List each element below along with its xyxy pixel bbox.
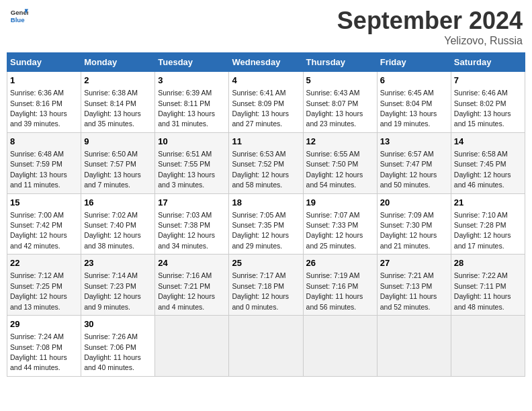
day-info: Sunrise: 6:38 AM Sunset: 8:14 PM Dayligh…: [84, 89, 141, 128]
col-header-sunday: Sunday: [7, 53, 81, 72]
day-info: Sunrise: 6:43 AM Sunset: 8:07 PM Dayligh…: [306, 89, 363, 128]
day-info: Sunrise: 6:48 AM Sunset: 7:59 PM Dayligh…: [10, 150, 67, 189]
calendar-table: SundayMondayTuesdayWednesdayThursdayFrid…: [7, 52, 525, 377]
day-cell: 15Sunrise: 7:00 AM Sunset: 7:42 PM Dayli…: [7, 193, 81, 255]
day-info: Sunrise: 7:12 AM Sunset: 7:25 PM Dayligh…: [10, 271, 67, 310]
page-header: General Blue September 2024 Yelizovo, Ru…: [7, 7, 525, 47]
day-cell: 28Sunrise: 7:22 AM Sunset: 7:11 PM Dayli…: [451, 255, 525, 316]
day-info: Sunrise: 7:21 AM Sunset: 7:13 PM Dayligh…: [380, 271, 437, 310]
week-row-5: 29Sunrise: 7:24 AM Sunset: 7:08 PM Dayli…: [7, 316, 525, 377]
svg-text:Blue: Blue: [11, 16, 25, 24]
day-number: 6: [380, 75, 448, 87]
week-row-4: 22Sunrise: 7:12 AM Sunset: 7:25 PM Dayli…: [7, 255, 525, 316]
day-cell: 22Sunrise: 7:12 AM Sunset: 7:25 PM Dayli…: [7, 255, 81, 316]
week-row-3: 15Sunrise: 7:00 AM Sunset: 7:42 PM Dayli…: [7, 193, 525, 255]
day-number: 19: [306, 197, 374, 209]
day-info: Sunrise: 7:09 AM Sunset: 7:30 PM Dayligh…: [380, 211, 437, 250]
day-info: Sunrise: 7:03 AM Sunset: 7:38 PM Dayligh…: [158, 211, 215, 250]
day-info: Sunrise: 7:17 AM Sunset: 7:18 PM Dayligh…: [232, 271, 289, 310]
day-number: 3: [158, 75, 226, 87]
day-number: 24: [158, 257, 226, 269]
day-number: 13: [380, 136, 448, 148]
day-cell: 13Sunrise: 6:57 AM Sunset: 7:47 PM Dayli…: [377, 132, 451, 193]
day-number: 11: [232, 136, 300, 148]
day-cell: 11Sunrise: 6:53 AM Sunset: 7:52 PM Dayli…: [229, 132, 303, 193]
day-cell: 19Sunrise: 7:07 AM Sunset: 7:33 PM Dayli…: [303, 193, 377, 255]
col-header-thursday: Thursday: [303, 53, 377, 72]
day-number: 14: [454, 136, 522, 148]
day-cell: 9Sunrise: 6:50 AM Sunset: 7:57 PM Daylig…: [81, 132, 155, 193]
day-info: Sunrise: 6:50 AM Sunset: 7:57 PM Dayligh…: [84, 150, 141, 189]
day-number: 20: [380, 197, 448, 209]
day-info: Sunrise: 7:24 AM Sunset: 7:08 PM Dayligh…: [10, 332, 67, 371]
calendar-title: September 2024: [337, 7, 523, 35]
day-cell: 14Sunrise: 6:58 AM Sunset: 7:45 PM Dayli…: [451, 132, 525, 193]
day-info: Sunrise: 6:41 AM Sunset: 8:09 PM Dayligh…: [232, 89, 289, 128]
day-number: 25: [232, 257, 300, 269]
day-cell: 24Sunrise: 7:16 AM Sunset: 7:21 PM Dayli…: [155, 255, 229, 316]
day-cell: 29Sunrise: 7:24 AM Sunset: 7:08 PM Dayli…: [7, 316, 81, 377]
day-cell: 21Sunrise: 7:10 AM Sunset: 7:28 PM Dayli…: [451, 193, 525, 255]
day-number: 27: [380, 257, 448, 269]
day-info: Sunrise: 7:10 AM Sunset: 7:28 PM Dayligh…: [454, 211, 511, 250]
week-row-2: 8Sunrise: 6:48 AM Sunset: 7:59 PM Daylig…: [7, 132, 525, 193]
day-cell: 25Sunrise: 7:17 AM Sunset: 7:18 PM Dayli…: [229, 255, 303, 316]
day-number: 26: [306, 257, 374, 269]
day-cell: [229, 316, 303, 377]
col-header-wednesday: Wednesday: [229, 53, 303, 72]
day-info: Sunrise: 6:46 AM Sunset: 8:02 PM Dayligh…: [454, 89, 511, 128]
day-cell: 3Sunrise: 6:39 AM Sunset: 8:11 PM Daylig…: [155, 72, 229, 133]
day-info: Sunrise: 7:26 AM Sunset: 7:06 PM Dayligh…: [84, 332, 141, 371]
day-cell: 2Sunrise: 6:38 AM Sunset: 8:14 PM Daylig…: [81, 72, 155, 133]
day-number: 9: [84, 136, 152, 148]
day-info: Sunrise: 7:02 AM Sunset: 7:40 PM Dayligh…: [84, 211, 141, 250]
day-cell: 20Sunrise: 7:09 AM Sunset: 7:30 PM Dayli…: [377, 193, 451, 255]
day-info: Sunrise: 6:36 AM Sunset: 8:16 PM Dayligh…: [10, 89, 67, 128]
logo-icon: General Blue: [9, 7, 28, 26]
day-info: Sunrise: 6:45 AM Sunset: 8:04 PM Dayligh…: [380, 89, 437, 128]
day-number: 7: [454, 75, 522, 87]
day-cell: 10Sunrise: 6:51 AM Sunset: 7:55 PM Dayli…: [155, 132, 229, 193]
day-number: 12: [306, 136, 374, 148]
day-number: 23: [84, 257, 152, 269]
day-cell: [451, 316, 525, 377]
col-header-friday: Friday: [377, 53, 451, 72]
day-cell: 7Sunrise: 6:46 AM Sunset: 8:02 PM Daylig…: [451, 72, 525, 133]
day-number: 1: [10, 75, 78, 87]
day-number: 17: [158, 197, 226, 209]
col-header-monday: Monday: [81, 53, 155, 72]
day-cell: 16Sunrise: 7:02 AM Sunset: 7:40 PM Dayli…: [81, 193, 155, 255]
day-number: 15: [10, 197, 78, 209]
day-info: Sunrise: 7:19 AM Sunset: 7:16 PM Dayligh…: [306, 271, 363, 310]
day-number: 4: [232, 75, 300, 87]
day-cell: 30Sunrise: 7:26 AM Sunset: 7:06 PM Dayli…: [81, 316, 155, 377]
day-cell: 1Sunrise: 6:36 AM Sunset: 8:16 PM Daylig…: [7, 72, 81, 133]
day-cell: 6Sunrise: 6:45 AM Sunset: 8:04 PM Daylig…: [377, 72, 451, 133]
week-row-1: 1Sunrise: 6:36 AM Sunset: 8:16 PM Daylig…: [7, 72, 525, 133]
day-number: 21: [454, 197, 522, 209]
day-info: Sunrise: 7:00 AM Sunset: 7:42 PM Dayligh…: [10, 211, 67, 250]
day-info: Sunrise: 7:14 AM Sunset: 7:23 PM Dayligh…: [84, 271, 141, 310]
day-info: Sunrise: 6:51 AM Sunset: 7:55 PM Dayligh…: [158, 150, 215, 189]
day-info: Sunrise: 7:07 AM Sunset: 7:33 PM Dayligh…: [306, 211, 363, 250]
day-cell: [377, 316, 451, 377]
day-number: 10: [158, 136, 226, 148]
day-info: Sunrise: 6:58 AM Sunset: 7:45 PM Dayligh…: [454, 150, 511, 189]
day-info: Sunrise: 6:39 AM Sunset: 8:11 PM Dayligh…: [158, 89, 215, 128]
day-cell: 12Sunrise: 6:55 AM Sunset: 7:50 PM Dayli…: [303, 132, 377, 193]
day-cell: 26Sunrise: 7:19 AM Sunset: 7:16 PM Dayli…: [303, 255, 377, 316]
day-info: Sunrise: 7:22 AM Sunset: 7:11 PM Dayligh…: [454, 271, 511, 310]
day-info: Sunrise: 6:55 AM Sunset: 7:50 PM Dayligh…: [306, 150, 363, 189]
day-number: 29: [10, 318, 78, 330]
day-info: Sunrise: 6:53 AM Sunset: 7:52 PM Dayligh…: [232, 150, 289, 189]
day-number: 22: [10, 257, 78, 269]
day-cell: [303, 316, 377, 377]
day-cell: 27Sunrise: 7:21 AM Sunset: 7:13 PM Dayli…: [377, 255, 451, 316]
day-cell: [155, 316, 229, 377]
day-cell: 18Sunrise: 7:05 AM Sunset: 7:35 PM Dayli…: [229, 193, 303, 255]
day-cell: 5Sunrise: 6:43 AM Sunset: 8:07 PM Daylig…: [303, 72, 377, 133]
day-number: 8: [10, 136, 78, 148]
day-number: 5: [306, 75, 374, 87]
calendar-location: Yelizovo, Russia: [337, 35, 523, 47]
day-number: 2: [84, 75, 152, 87]
